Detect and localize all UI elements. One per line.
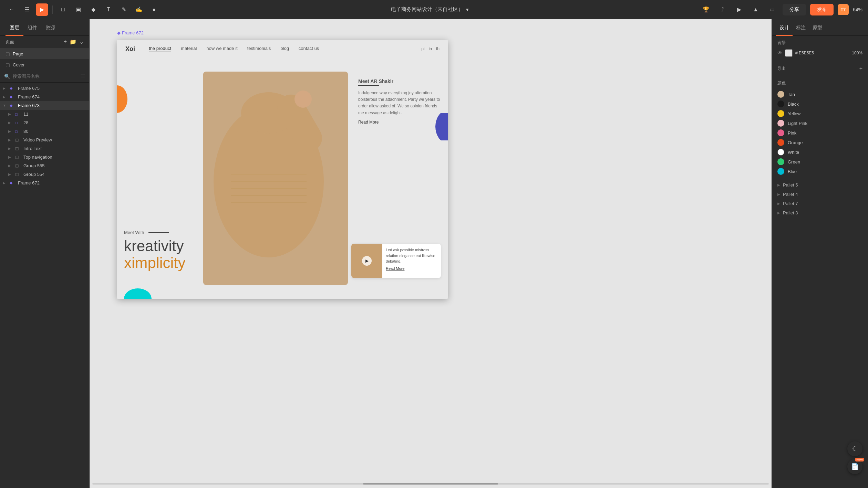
tab-prototype[interactable]: 原型 bbox=[809, 21, 826, 36]
pallet-5[interactable]: ▶ Pallet 5 bbox=[772, 180, 868, 190]
video-info: Led ask possible mistress relation elega… bbox=[382, 244, 441, 278]
add-page-icon[interactable]: + bbox=[64, 39, 67, 45]
color-green[interactable]: Green bbox=[777, 157, 862, 167]
zoom-level[interactable]: 64% bbox=[853, 7, 862, 12]
tab-components[interactable]: 组件 bbox=[23, 21, 41, 36]
text-tool[interactable]: T bbox=[102, 3, 115, 16]
color-white[interactable]: White bbox=[777, 147, 862, 157]
layer-11[interactable]: ▶ □ 11 bbox=[0, 110, 89, 118]
search-input[interactable] bbox=[13, 74, 78, 79]
nav-link-product[interactable]: the product bbox=[149, 46, 171, 52]
nav-link-material[interactable]: material bbox=[181, 46, 197, 52]
trophy-icon[interactable]: 🏆 bbox=[700, 3, 712, 16]
layer-80[interactable]: ▶ □ 80 bbox=[0, 127, 89, 136]
pallet-arrow-icon: ▶ bbox=[777, 202, 780, 205]
layer-frame674[interactable]: ▶ ◆ Frame 674 bbox=[0, 93, 89, 101]
pallet-7[interactable]: ▶ Pallet 7 bbox=[772, 199, 868, 208]
comment-tool[interactable]: ● bbox=[148, 3, 160, 16]
frame-label-text: Frame 672 bbox=[122, 30, 144, 35]
layer-frame672[interactable]: ▶ ◆ Frame 672 bbox=[0, 179, 89, 187]
nav-links: the product material how we made it test… bbox=[149, 46, 421, 52]
page-name: Page bbox=[13, 51, 23, 56]
color-light-pink[interactable]: Light Pink bbox=[777, 118, 862, 128]
pen-tool[interactable]: ✎ bbox=[117, 3, 130, 16]
page-icon: ▢ bbox=[6, 51, 10, 56]
layer-intro-text[interactable]: ▶ ◫ Intro Text bbox=[0, 144, 89, 153]
social-in[interactable]: in bbox=[429, 46, 432, 51]
color-black[interactable]: Black bbox=[777, 99, 862, 109]
pink-label: Pink bbox=[788, 130, 796, 136]
hero-read-more[interactable]: Read More bbox=[358, 120, 441, 125]
dropdown-icon[interactable]: ⌄ bbox=[79, 39, 84, 45]
meet-with-row: Meet With bbox=[124, 230, 220, 235]
export-section: 导出 + bbox=[772, 61, 868, 76]
title-arrow[interactable]: ▾ bbox=[466, 7, 469, 13]
pallet-4[interactable]: ▶ Pallet 4 bbox=[772, 190, 868, 199]
canvas-scrollbar[interactable] bbox=[90, 482, 772, 485]
visibility-icon[interactable]: 👁 bbox=[777, 50, 782, 56]
select-tool[interactable]: ▶ bbox=[36, 3, 48, 16]
layer-group554[interactable]: ▶ ◫ Group 554 bbox=[0, 170, 89, 179]
canvas-area[interactable]: ◆ Frame 672 Xoi the product material how… bbox=[90, 19, 772, 488]
doc-button[interactable]: 📄 NEW bbox=[847, 459, 862, 474]
bg-opacity-value[interactable]: 100% bbox=[852, 51, 862, 55]
expand-icon: ▶ bbox=[8, 138, 14, 142]
color-blue[interactable]: Blue bbox=[777, 167, 862, 176]
nav-link-blog[interactable]: blog bbox=[280, 46, 289, 52]
tab-annotate[interactable]: 标注 bbox=[793, 21, 809, 36]
menu-button[interactable]: ☰ bbox=[21, 3, 33, 16]
device-icon[interactable]: ▭ bbox=[766, 3, 778, 16]
frame-tool[interactable]: □ bbox=[57, 3, 69, 16]
expand-icon: ▶ bbox=[8, 155, 14, 159]
pallet-3[interactable]: ▶ Pallet 3 bbox=[772, 208, 868, 218]
export-add-icon[interactable]: + bbox=[859, 65, 862, 72]
export-label: 导出 bbox=[777, 66, 786, 72]
layer-top-navigation[interactable]: ▶ ◫ Top navigation bbox=[0, 153, 89, 161]
social-fb[interactable]: fb bbox=[436, 46, 440, 51]
video-thumbnail[interactable]: ▶ bbox=[351, 244, 382, 278]
rect-tool[interactable]: ▣ bbox=[72, 3, 84, 16]
scroll-thumb[interactable] bbox=[363, 483, 498, 485]
group-icon: ◫ bbox=[15, 146, 22, 151]
filter-icon[interactable]: ☰ bbox=[80, 73, 85, 79]
nav-link-testimonials[interactable]: testimonials bbox=[247, 46, 271, 52]
layer-group555[interactable]: ▶ ◫ Group 555 bbox=[0, 161, 89, 170]
tab-design[interactable]: 设计 bbox=[776, 21, 793, 36]
layer-frame675[interactable]: ▶ ◆ Frame 675 bbox=[0, 84, 89, 93]
nav-link-contact[interactable]: contact us bbox=[299, 46, 319, 52]
layer-frame673[interactable]: ▼ ◆ Frame 673 bbox=[0, 101, 89, 110]
scroll-track[interactable] bbox=[92, 483, 769, 485]
layer-video-preview[interactable]: ▶ ◫ Video Preview bbox=[0, 136, 89, 144]
tab-layers[interactable]: 图层 bbox=[6, 21, 23, 36]
bg-hex-value[interactable]: # E5E5E5 bbox=[795, 51, 814, 55]
color-orange[interactable]: Orange bbox=[777, 138, 862, 147]
shape-tool[interactable]: ◆ bbox=[87, 3, 100, 16]
tan-label: Tan bbox=[788, 92, 795, 97]
color-pink[interactable]: Pink bbox=[777, 128, 862, 138]
bg-color-swatch[interactable] bbox=[785, 49, 793, 57]
cloud-icon[interactable]: ▲ bbox=[750, 3, 762, 16]
color-yellow[interactable]: Yellow bbox=[777, 109, 862, 118]
publish-button[interactable]: 发布 bbox=[810, 4, 834, 15]
layer-28[interactable]: ▶ □ 28 bbox=[0, 118, 89, 127]
group-icon: ◫ bbox=[15, 138, 22, 142]
tab-assets[interactable]: 资源 bbox=[41, 21, 59, 36]
social-pi[interactable]: pi bbox=[421, 46, 424, 51]
background-row: 👁 # E5E5E5 100% bbox=[777, 49, 862, 57]
page-item-cover[interactable]: ▢ Cover bbox=[0, 59, 89, 70]
group-icon: ◫ bbox=[15, 155, 22, 159]
expand-icon: ▶ bbox=[8, 129, 14, 133]
color-tan[interactable]: Tan bbox=[777, 89, 862, 99]
folder-icon[interactable]: 📁 bbox=[70, 39, 76, 45]
nav-link-howwemadeit[interactable]: how we made it bbox=[206, 46, 237, 52]
video-play-button[interactable]: ▶ bbox=[362, 256, 372, 266]
hand-tool[interactable]: ✍ bbox=[133, 3, 145, 16]
back-button[interactable]: ← bbox=[6, 3, 18, 16]
user-avatar[interactable]: T? bbox=[838, 4, 849, 15]
share-icon[interactable]: ⤴ bbox=[716, 3, 729, 16]
page-item-page[interactable]: ▢ Page bbox=[0, 48, 89, 59]
play-button[interactable]: ▶ bbox=[733, 3, 745, 16]
moon-button[interactable]: ☾ bbox=[847, 441, 862, 456]
share-button[interactable]: 分享 bbox=[783, 4, 806, 15]
video-read-more[interactable]: Read More bbox=[386, 266, 437, 270]
